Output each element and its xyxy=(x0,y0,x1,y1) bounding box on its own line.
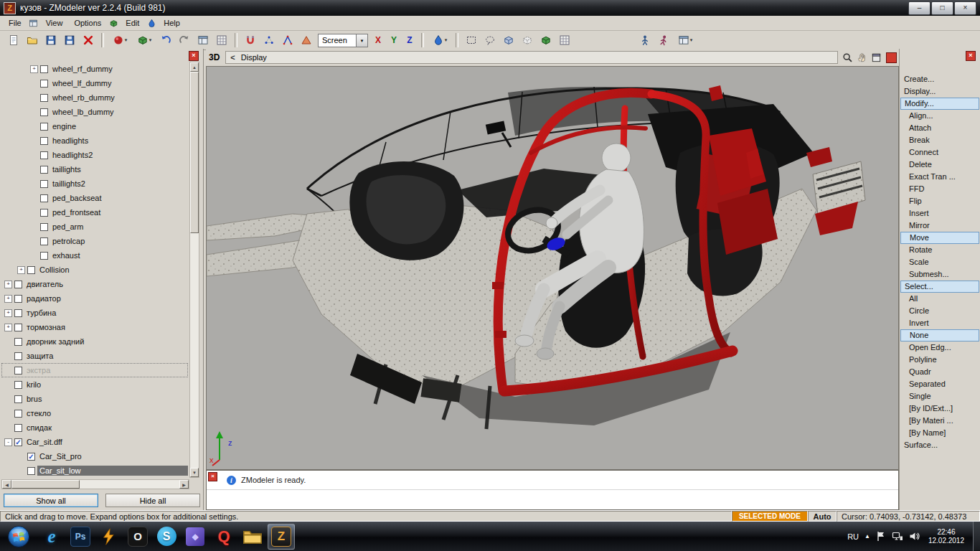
new-file-button[interactable] xyxy=(5,32,22,48)
item-checkbox[interactable] xyxy=(27,266,35,274)
tree-item[interactable]: taillights xyxy=(1,162,188,176)
command-polyline[interactable]: Polyline xyxy=(900,354,979,366)
tree-item[interactable]: petrolcap xyxy=(1,234,188,248)
viewport-red-button[interactable] xyxy=(886,52,897,63)
auto-indicator[interactable]: Auto xyxy=(808,511,837,522)
scroll-up-button[interactable]: ▲ xyxy=(190,62,199,72)
item-checkbox[interactable]: ✓ xyxy=(14,438,22,446)
command-flip[interactable]: Flip xyxy=(900,195,979,207)
select-volume-button[interactable] xyxy=(537,32,555,48)
dropdown-arrow-icon[interactable]: ▾ xyxy=(445,37,448,43)
tree-item[interactable]: стекло xyxy=(1,406,188,420)
command-connect[interactable]: Connect xyxy=(900,146,979,159)
item-checkbox[interactable] xyxy=(14,381,22,389)
language-indicator[interactable]: RU xyxy=(847,532,859,541)
tree-item[interactable]: спидак xyxy=(1,420,188,435)
tree-item[interactable]: ped_frontseat xyxy=(1,205,188,220)
opera-icon[interactable]: O xyxy=(124,524,151,550)
scroll-track-vertical[interactable] xyxy=(190,72,199,468)
polygons-level-button[interactable] xyxy=(298,32,315,48)
scroll-thumb-horizontal[interactable] xyxy=(11,480,80,489)
command-single[interactable]: Single xyxy=(900,390,979,402)
right-panel-close-button[interactable]: × xyxy=(966,51,976,61)
undo-button[interactable] xyxy=(157,32,174,48)
tree-item[interactable]: ✓Car_Sit_pro xyxy=(1,449,188,463)
dropdown-arrow-icon[interactable]: ▾ xyxy=(149,37,152,43)
viewport-breadcrumb[interactable]: < Display xyxy=(225,51,838,64)
command-ffd[interactable]: FFD xyxy=(900,183,979,195)
item-checkbox[interactable] xyxy=(40,80,48,88)
zmodeler-icon[interactable]: Z xyxy=(268,524,295,550)
axis-x-button[interactable]: X xyxy=(371,32,385,48)
hide-all-button[interactable]: Hide all xyxy=(105,494,200,507)
item-checkbox[interactable] xyxy=(40,166,48,174)
tree-item[interactable]: taillights2 xyxy=(1,176,188,191)
command-insert[interactable]: Insert xyxy=(900,207,979,220)
item-checkbox[interactable] xyxy=(40,209,48,217)
viewport-mode-label[interactable]: 3D xyxy=(209,52,220,62)
menu-view[interactable]: View xyxy=(40,17,69,29)
menu-quick-icon-3[interactable] xyxy=(145,17,158,29)
grid-toggle-button[interactable] xyxy=(213,32,230,48)
skype-icon[interactable]: S xyxy=(153,524,180,550)
tree-item[interactable]: +турбина xyxy=(1,306,188,320)
command-scale[interactable]: Scale xyxy=(900,256,979,268)
command-by-name[interactable]: [By Name] xyxy=(900,427,979,439)
expand-icon[interactable]: + xyxy=(4,309,12,317)
skeleton-tool-button[interactable] xyxy=(636,32,654,48)
tree-horizontal-scrollbar[interactable]: ◀ ▶ xyxy=(1,479,189,489)
expand-icon[interactable]: + xyxy=(4,281,12,288)
volume-icon[interactable] xyxy=(909,531,920,542)
item-checkbox[interactable] xyxy=(40,108,48,116)
item-checkbox[interactable] xyxy=(14,424,22,432)
item-checkbox[interactable] xyxy=(14,352,22,360)
tree-item[interactable]: ped_backseat xyxy=(1,191,188,205)
expand-icon[interactable]: + xyxy=(17,266,25,274)
tree-item[interactable]: headlights xyxy=(1,133,188,148)
filters-button[interactable]: ▾ xyxy=(133,32,156,48)
tree-item[interactable]: +Collision xyxy=(1,263,188,277)
collapse-icon[interactable]: - xyxy=(4,438,12,446)
item-checkbox[interactable] xyxy=(14,338,22,346)
menu-help[interactable]: Help xyxy=(158,17,186,29)
redo-button[interactable] xyxy=(176,32,193,48)
show-desktop-button[interactable] xyxy=(973,522,980,551)
tree-item[interactable]: +wheel_rf_dummy xyxy=(1,62,188,76)
paint-tool-button[interactable]: ▾ xyxy=(428,32,451,48)
item-checkbox[interactable] xyxy=(14,309,22,317)
clock[interactable]: 22:46 12.02.2012 xyxy=(925,528,967,545)
tree-item[interactable]: +двигатель xyxy=(1,277,188,291)
command-all[interactable]: All xyxy=(900,293,979,305)
item-checkbox[interactable] xyxy=(14,295,22,303)
axes-space-select[interactable]: Screen▾ xyxy=(318,34,368,47)
item-checkbox[interactable] xyxy=(14,281,22,288)
select-rectangle-button[interactable] xyxy=(463,32,480,48)
command-exact-tran[interactable]: Exact Tran ... xyxy=(900,171,979,183)
show-all-button[interactable]: Show all xyxy=(4,494,98,507)
item-checkbox[interactable] xyxy=(14,410,22,418)
select-ghost-button[interactable] xyxy=(519,32,536,48)
item-checkbox[interactable] xyxy=(40,237,48,245)
maximize-button[interactable]: □ xyxy=(931,1,953,15)
log-close-button[interactable]: × xyxy=(208,472,217,481)
tree-item[interactable]: wheel_lb_dummy xyxy=(1,105,188,119)
command-circle[interactable]: Circle xyxy=(900,305,979,317)
qip-icon[interactable]: Q xyxy=(210,524,237,550)
item-checkbox[interactable] xyxy=(40,137,48,145)
command-attach[interactable]: Attach xyxy=(900,122,979,134)
command-open-edg[interactable]: Open Edg... xyxy=(900,342,979,354)
menu-quick-icon-2[interactable] xyxy=(107,17,120,29)
tree-item[interactable]: защита xyxy=(1,349,188,363)
start-button[interactable] xyxy=(0,522,37,551)
dropdown-arrow-icon[interactable]: ▾ xyxy=(125,37,128,43)
dropdown-arrow-icon[interactable]: ▾ xyxy=(356,34,367,47)
command-by-materi[interactable]: [By Materi ... xyxy=(900,415,979,427)
item-checkbox[interactable] xyxy=(40,151,48,159)
command-separated[interactable]: Separated xyxy=(900,378,979,390)
explorer-folder-icon[interactable] xyxy=(239,524,266,550)
item-checkbox[interactable] xyxy=(14,395,22,403)
command-rotate[interactable]: Rotate xyxy=(900,244,979,256)
item-checkbox[interactable] xyxy=(40,180,48,188)
scroll-track-horizontal[interactable] xyxy=(11,480,179,489)
expand-icon[interactable]: + xyxy=(4,295,12,303)
